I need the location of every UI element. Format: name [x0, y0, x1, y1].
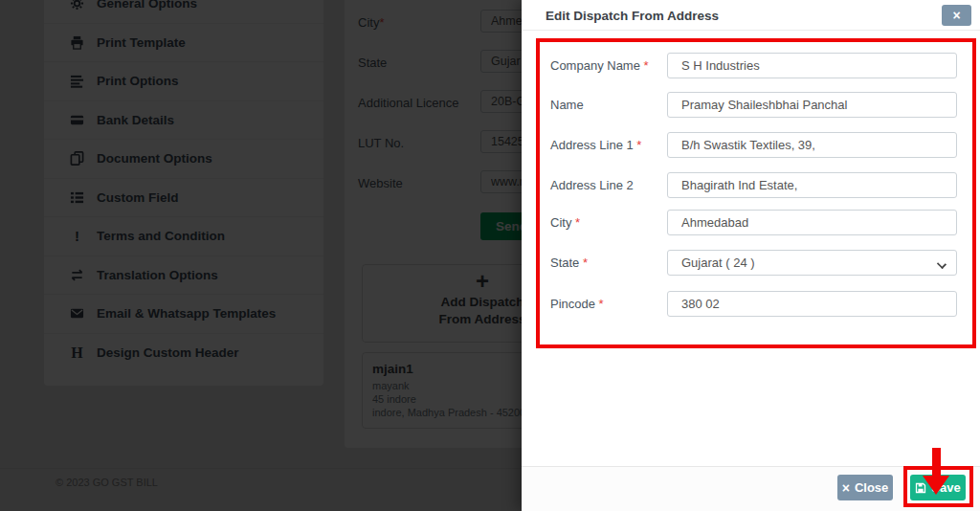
modal-footer: × Close Save: [522, 466, 980, 511]
pincode-input[interactable]: [667, 291, 957, 317]
name-input[interactable]: [667, 92, 957, 118]
modal-header: Edit Dispatch From Address ×: [522, 0, 980, 31]
modal-close-button[interactable]: ×: [942, 5, 971, 26]
field-label: State *: [550, 256, 588, 270]
field-label: Pincode *: [550, 297, 604, 311]
field-label: City *: [550, 215, 580, 230]
address-line-2-input[interactable]: [667, 172, 957, 198]
state-select-value: Gujarat ( 24 ): [681, 256, 755, 270]
city-input[interactable]: [667, 210, 957, 235]
app-screen: General Options Print Template Print Opt…: [0, 0, 980, 511]
close-button[interactable]: × Close: [837, 475, 893, 500]
state-select[interactable]: Gujarat ( 24 ): [667, 250, 957, 276]
save-button-label: Save: [931, 480, 960, 495]
company-name-input[interactable]: [667, 53, 957, 78]
save-button[interactable]: Save: [910, 475, 966, 500]
field-label: Address Line 1 *: [550, 138, 641, 152]
modal-backdrop[interactable]: [0, 0, 522, 511]
field-label: Company Name *: [550, 58, 649, 73]
address-line-1-input[interactable]: [667, 132, 957, 158]
close-button-label: Close: [855, 480, 888, 495]
field-label: Name: [550, 98, 584, 112]
edit-dispatch-from-address-modal: Edit Dispatch From Address × Company Nam…: [522, 0, 980, 511]
floppy-disk-icon: [915, 482, 926, 494]
chevron-down-icon: [937, 259, 947, 269]
modal-title: Edit Dispatch From Address: [546, 9, 719, 23]
field-label: Address Line 2: [550, 178, 634, 192]
close-x-icon: ×: [842, 481, 850, 495]
